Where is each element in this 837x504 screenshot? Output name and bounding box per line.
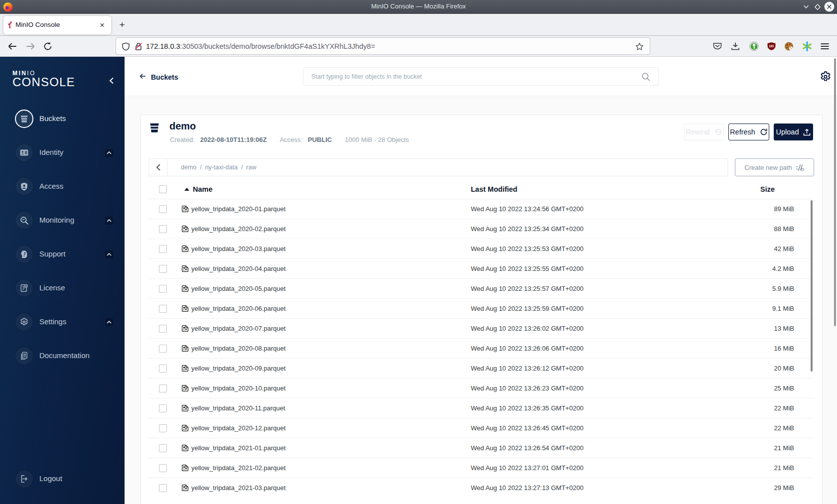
svg-text:UO: UO [769,44,774,48]
